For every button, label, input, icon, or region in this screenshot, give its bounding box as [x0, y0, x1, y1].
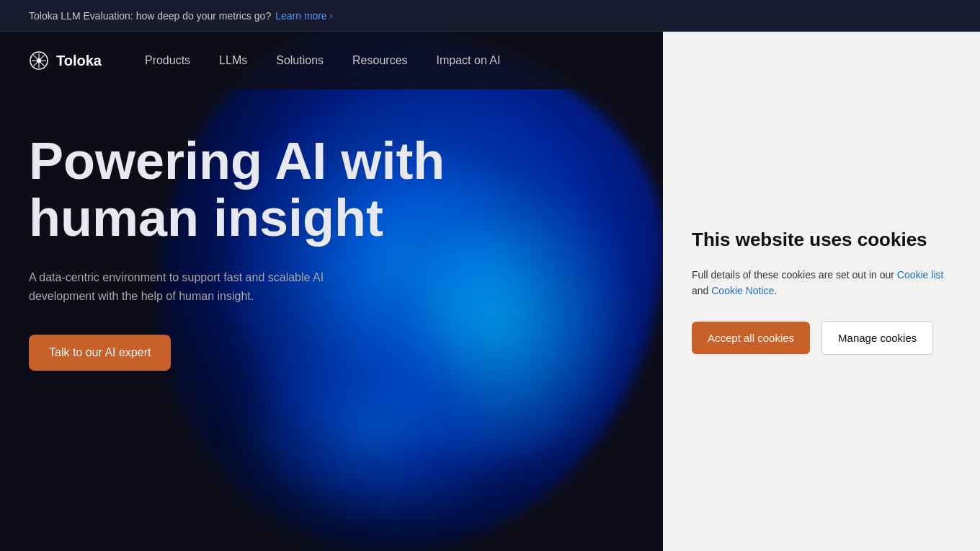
logo-text: Toloka [56, 53, 102, 69]
nav-impact-on-ai[interactable]: Impact on AI [437, 54, 501, 66]
nav-resources[interactable]: Resources [352, 54, 407, 66]
logo-icon [29, 50, 49, 71]
nav-products[interactable]: Products [145, 54, 190, 66]
cookie-desc-text: Full details of these cookies are set ou… [692, 269, 897, 281]
cookie-title: This website uses cookies [692, 228, 951, 252]
hero-content: Powering AI with human insight A data-ce… [0, 89, 663, 400]
hero-title-line1: Powering AI with [29, 132, 445, 190]
manage-cookies-button[interactable]: Manage cookies [821, 321, 933, 355]
learn-more-link[interactable]: Learn more › [275, 10, 333, 22]
learn-more-label: Learn more [275, 10, 327, 22]
nav-links: Products LLMs Solutions Resources Impact… [145, 54, 501, 67]
hero-subtitle: A data-centric environment to support fa… [29, 268, 331, 305]
accept-all-cookies-button[interactable]: Accept all cookies [692, 322, 810, 354]
nav-llms[interactable]: LLMs [219, 54, 247, 66]
talk-to-expert-button[interactable]: Talk to our AI expert [29, 335, 171, 371]
nav-solutions[interactable]: Solutions [276, 54, 324, 66]
cookie-description: Full details of these cookies are set ou… [692, 267, 951, 299]
main-content-area: Toloka Products LLMs Solutions Resources… [0, 32, 663, 551]
cookie-panel: This website uses cookies Full details o… [692, 228, 951, 355]
logo[interactable]: Toloka [29, 50, 102, 71]
announcement-text: Toloka LLM Evaluation: how deep do your … [29, 10, 271, 22]
hero-title-line2: human insight [29, 189, 383, 247]
navbar: Toloka Products LLMs Solutions Resources… [0, 32, 663, 89]
cookie-period: . [774, 285, 777, 296]
cookie-list-link[interactable]: Cookie list [897, 269, 944, 281]
cookie-notice-link[interactable]: Cookie Notice [711, 285, 774, 296]
cookie-and-text: and [692, 285, 711, 296]
svg-point-1 [37, 58, 41, 63]
announcement-bar: Toloka LLM Evaluation: how deep do your … [0, 0, 980, 32]
chevron-right-icon: › [330, 11, 333, 21]
hero-title: Powering AI with human insight [29, 133, 461, 247]
cookie-panel-container: This website uses cookies Full details o… [663, 32, 980, 551]
cookie-buttons: Accept all cookies Manage cookies [692, 321, 951, 355]
